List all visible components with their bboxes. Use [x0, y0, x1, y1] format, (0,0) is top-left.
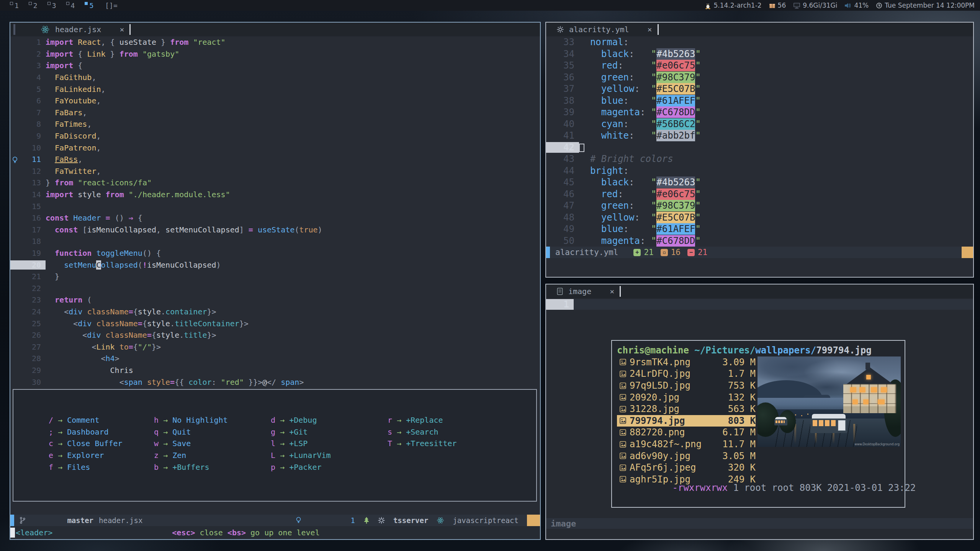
image-file-icon: [620, 383, 626, 389]
file-row-31228.jpg[interactable]: 31228.jpg 563 K: [617, 403, 756, 415]
code-line-29[interactable]: 29Chris: [10, 365, 540, 376]
code-line-27[interactable]: 27<Link to={"/"}>: [10, 341, 540, 353]
line-number: 24: [10, 307, 46, 316]
code-line-24[interactable]: 24<div className={style.container}>: [10, 306, 540, 318]
file-row-24LrDFQ.jpg[interactable]: 24LrDFQ.jpg 1.7 M: [617, 368, 756, 380]
tab-image[interactable]: image ×: [551, 284, 620, 298]
code-line-23[interactable]: 23return (: [10, 294, 540, 306]
whichkey-entry-q[interactable]: q → Quit: [154, 426, 228, 438]
whichkey-entry-h[interactable]: h → No Highlight: [154, 414, 228, 426]
whichkey-column: d → +Debugg → +Gitl → +LSPL → +LunarVimp…: [271, 414, 331, 473]
left-editor-buffer[interactable]: 1import React, { useState } from "react"…: [10, 36, 540, 515]
code-line-3[interactable]: 3import {: [10, 60, 540, 72]
code-line-39[interactable]: 39magenta: "#C678DD": [546, 106, 973, 118]
code-line-17[interactable]: 17const [isMenuCollapsed, setMenuCollaps…: [10, 224, 540, 236]
workspace-5[interactable]: 5: [85, 2, 93, 10]
image-buffer[interactable]: 1: [546, 298, 973, 310]
buffer-line-1[interactable]: 1: [546, 298, 973, 310]
code-line-11[interactable]: 11FaRss,: [10, 154, 540, 165]
tab-close-button[interactable]: ×: [119, 25, 124, 34]
whichkey-entry-L[interactable]: L → +LunarVim: [271, 450, 331, 461]
code-line-8[interactable]: 8FaTimes,: [10, 118, 540, 130]
code-line-9[interactable]: 9FaDiscord,: [10, 130, 540, 142]
workspace-1[interactable]: 1: [10, 2, 19, 10]
whichkey-entry-;[interactable]: ; → Dashboard: [49, 426, 123, 438]
whichkey-entry-f[interactable]: f → Files: [49, 461, 123, 473]
workspace-2[interactable]: 2: [29, 2, 38, 10]
tab-headerjsx[interactable]: header.jsx ×: [35, 23, 129, 36]
tab-close-button[interactable]: ×: [648, 25, 652, 34]
code-line-13[interactable]: 13} from "react-icons/fa": [10, 177, 540, 189]
code-line-38[interactable]: 38blue: "#61AFEF": [546, 95, 973, 107]
code-line-21[interactable]: 21}: [10, 271, 540, 283]
code-line-5[interactable]: 5FaLinkedin,: [10, 83, 540, 95]
code-line-45[interactable]: 45black: "#4b5263": [546, 177, 973, 188]
code-line-34[interactable]: 34black: "#4b5263": [546, 48, 973, 60]
file-row-20920.jpg[interactable]: 20920.jpg 132 K: [617, 391, 756, 403]
code-line-40[interactable]: 40cyan: "#56B6C2": [546, 118, 973, 130]
whichkey-entry-/[interactable]: / → Comment: [49, 414, 123, 426]
whichkey-entry-w[interactable]: w → Save: [154, 438, 228, 450]
code-line-7[interactable]: 7FaBars,: [10, 107, 540, 119]
code-line-47[interactable]: 47green: "#98C379": [546, 200, 973, 212]
whichkey-entry-p[interactable]: p → +Packer: [271, 461, 331, 473]
code-line-10[interactable]: 10FaPatreon,: [10, 142, 540, 154]
code-line-35[interactable]: 35red: "#e06c75": [546, 60, 973, 72]
alacritty-statusline: alacritty.yml + 21 ▫ 16 − 21: [546, 247, 973, 258]
code-line-30[interactable]: 30<span style={{ color: "red" }}>@</ spa…: [10, 376, 540, 388]
code-line-22[interactable]: 22: [10, 282, 540, 294]
code-line-12[interactable]: 12FaTwitter,: [10, 165, 540, 177]
code-line-42[interactable]: 42: [546, 142, 973, 154]
code-line-25[interactable]: 25<div className={style.titleContainer}>: [10, 317, 540, 329]
tab-close-button[interactable]: ×: [610, 287, 614, 296]
line-number: 37: [546, 83, 579, 94]
code-line-28[interactable]: 28<h4>: [10, 353, 540, 365]
file-row-882720.png[interactable]: 882720.png6.17 M: [617, 427, 756, 438]
whichkey-entry-T[interactable]: T → +Treesitter: [388, 438, 457, 450]
whichkey-entry-l[interactable]: l → +LSP: [271, 438, 331, 450]
code-line-46[interactable]: 46red: "#e06c75": [546, 188, 973, 200]
workspace-3[interactable]: 3: [47, 2, 56, 10]
whichkey-entry-d[interactable]: d → +Debug: [271, 414, 331, 426]
file-row-ad6v90y.jpg[interactable]: ad6v90y.jpg3.05 M: [617, 450, 756, 462]
file-row-a19c482f~.png[interactable]: a19c482f~.png11.7 M: [617, 438, 756, 450]
code-line-14[interactable]: 14import style from "./header.module.les…: [10, 189, 540, 201]
package-icon: [769, 2, 775, 9]
tab-alacritty[interactable]: alacritty.yml ×: [551, 23, 658, 36]
whichkey-entry-r[interactable]: r → +Replace: [388, 414, 457, 426]
code-line-26[interactable]: 26<div className={style.title}>: [10, 329, 540, 341]
code-line-2[interactable]: 2import { Link } from "gatsby": [10, 48, 540, 60]
whichkey-entry-s[interactable]: s → +Search: [388, 426, 457, 438]
file-row-97q9L5D.jpg[interactable]: 97q9L5D.jpg 753 K: [617, 380, 756, 392]
code-line-36[interactable]: 36green: "#98C379": [546, 72, 973, 83]
whichkey-entry-z[interactable]: z → Zen: [154, 450, 228, 461]
code-line-16[interactable]: 16const Header = () ⇒ {: [10, 212, 540, 224]
code-line-1[interactable]: 1import React, { useState } from "react": [10, 36, 540, 48]
line-number: 6: [10, 96, 46, 105]
whichkey-entry-c[interactable]: c → Close Buffer: [49, 438, 123, 450]
code-line-48[interactable]: 48yellow: "#E5C07B": [546, 212, 973, 224]
git-removed-icon: −: [687, 249, 695, 256]
code-line-18[interactable]: 18: [10, 235, 540, 247]
code-line-49[interactable]: 49blue: "#61AFEF": [546, 223, 973, 235]
code-line-41[interactable]: 41white: "#abb2bf": [546, 130, 973, 142]
code-line-37[interactable]: 37yellow: "#E5C07B": [546, 83, 973, 95]
whichkey-entry-b[interactable]: b → +Buffers: [154, 461, 228, 473]
code-line-50[interactable]: 50magenta: "#C678DD": [546, 235, 973, 247]
code-line-6[interactable]: 6FaYoutube,: [10, 95, 540, 107]
code-line-4[interactable]: 4FaGithub,: [10, 72, 540, 83]
code-line-20[interactable]: 20setMenuCollapsed(!isMenuCollapsed): [10, 259, 540, 271]
code-line-15[interactable]: 15: [10, 200, 540, 212]
code-line-33[interactable]: 33normal:: [546, 36, 973, 48]
code-line-43[interactable]: 43# Bright colors: [546, 153, 973, 165]
code-line-44[interactable]: 44bright:: [546, 165, 973, 177]
code-line-19[interactable]: 19function toggleMenu() {: [10, 247, 540, 259]
code-text: cyan: "#56B6C2": [579, 119, 973, 129]
file-row-799794.jpg[interactable]: 799794.jpg 803 K: [617, 415, 756, 427]
workspace-4[interactable]: 4: [66, 2, 75, 10]
whichkey-entry-g[interactable]: g → +Git: [271, 426, 331, 438]
alacritty-buffer[interactable]: 33normal:34black: "#4b5263"35red: "#e06c…: [546, 36, 973, 247]
file-row-9rsmTK4.png[interactable]: 9rsmTK4.png3.09 M: [617, 356, 756, 368]
whichkey-entry-e[interactable]: e → Explorer: [49, 450, 123, 461]
code-action-lightbulb-icon[interactable]: [12, 156, 18, 164]
